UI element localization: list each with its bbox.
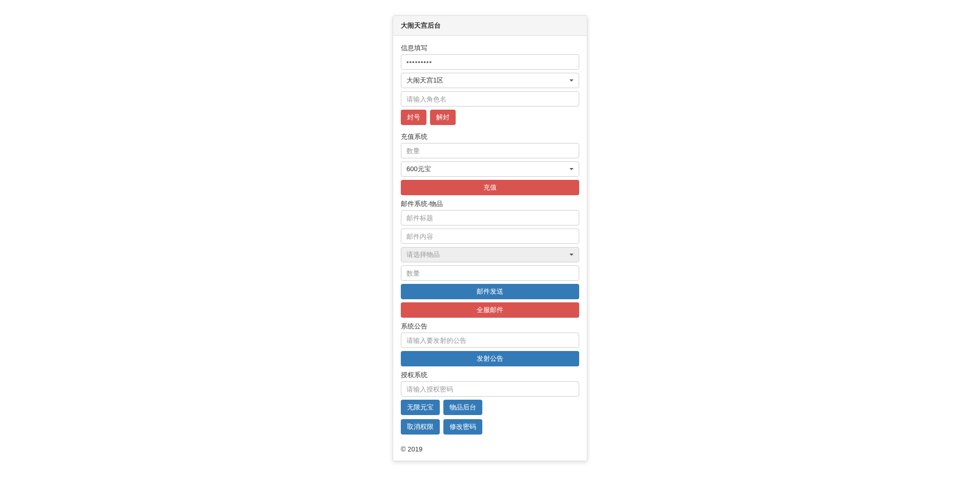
mail-quantity-input[interactable] [401,265,579,281]
unlimited-button[interactable]: 无限元宝 [401,400,440,415]
auth-label: 授权系统 [401,370,579,380]
auth-button-group-1: 无限元宝 物品后台 [401,400,579,418]
panel-title: 大闹天宫后台 [401,22,441,29]
announce-label: 系统公告 [401,322,579,331]
auth-button-group-2: 取消权限 修改密码 [401,419,579,438]
ban-button[interactable]: 封号 [401,110,426,125]
caret-icon [569,168,574,170]
package-select-value: 600元宝 [406,164,431,174]
announce-input[interactable] [401,333,579,348]
ban-button-group: 封号 解封 [401,110,579,128]
admin-panel: 大闹天宫后台 信息填写 大闹天宫1区 封号 解封 充值系统 600元宝 充值 邮… [393,15,587,461]
recharge-amount-input[interactable] [401,143,579,158]
panel-header: 大闹天宫后台 [393,16,587,36]
item-admin-button[interactable]: 物品后台 [443,400,482,415]
item-select-value: 请选择物品 [406,250,440,259]
recharge-button[interactable]: 充值 [401,180,579,195]
server-select-value: 大闹天宫1区 [406,76,443,85]
caret-icon [569,79,574,81]
server-select[interactable]: 大闹天宫1区 [401,73,579,88]
announce-button[interactable]: 发射公告 [401,351,579,366]
revoke-button[interactable]: 取消权限 [401,419,440,435]
info-label: 信息填写 [401,44,579,53]
panel-body: 信息填写 大闹天宫1区 封号 解封 充值系统 600元宝 充值 邮件系统-物品 … [393,36,587,461]
caret-icon [569,254,574,256]
password-input[interactable] [401,54,579,70]
footer: © 2019 [401,445,579,453]
mail-label: 邮件系统-物品 [401,199,579,209]
copyright: © 2019 [401,445,422,453]
recharge-label: 充值系统 [401,132,579,141]
mail-send-button[interactable]: 邮件发送 [401,284,579,299]
mail-content-input[interactable] [401,229,579,244]
package-select[interactable]: 600元宝 [401,161,579,177]
item-select[interactable]: 请选择物品 [401,247,579,262]
character-input[interactable] [401,91,579,107]
auth-password-input[interactable] [401,381,579,397]
unban-button[interactable]: 解封 [430,110,456,125]
mail-broadcast-button[interactable]: 全服邮件 [401,302,579,318]
mail-title-input[interactable] [401,210,579,225]
change-pwd-button[interactable]: 修改密码 [443,419,482,435]
